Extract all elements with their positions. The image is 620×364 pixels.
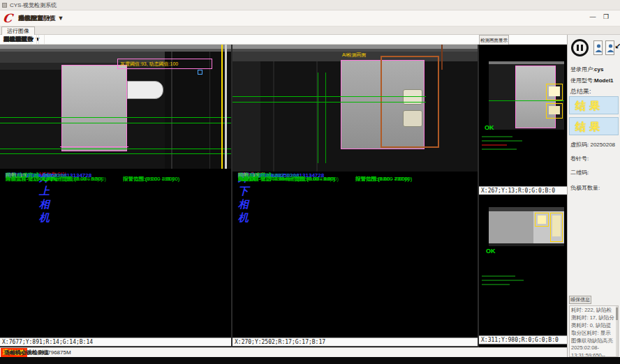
neg-tab-count-label: 负极耳数量: xyxy=(570,184,619,192)
log-line xyxy=(482,149,517,150)
return-arrow-icon[interactable]: ↙ xyxy=(614,42,620,51)
pause-button[interactable] xyxy=(571,39,589,56)
left-result-block: 外上相机OK NG次数:0(1) 虚拟码:Offline202502081313… xyxy=(0,172,231,336)
tab-run-image[interactable]: 运行图像 xyxy=(1,26,35,35)
app-logo-icon: C xyxy=(2,11,17,25)
tab-detect-view[interactable]: 检测画面显示 xyxy=(479,35,509,45)
virtual-code-row: 虚拟码: 20250208 xyxy=(570,141,619,149)
log-scrollbar-thumb[interactable] xyxy=(616,308,618,320)
alarm-range: 报警范围:(0.60 - 4.00) xyxy=(355,176,406,183)
log-line xyxy=(482,144,507,146)
preview-bottom-camera[interactable]: OK xyxy=(479,195,567,335)
user-switch-button[interactable] xyxy=(605,40,614,55)
edge-line-yellow xyxy=(221,45,223,169)
model-row: 使用型号: Model1 xyxy=(570,77,619,84)
model-label: 使用型号: xyxy=(570,77,594,84)
guide-line xyxy=(232,102,426,103)
toolbar-other-settings[interactable]: 其它设置 ▼ xyxy=(0,35,39,44)
guide-line xyxy=(0,149,231,149)
bottom-strip xyxy=(0,357,620,364)
machine-seam xyxy=(171,52,172,169)
machine-band xyxy=(489,61,564,64)
window-titlebar: CYS-视觉检测系统 xyxy=(0,0,620,10)
metal-tab xyxy=(552,215,561,236)
left-pixel-coordinates: X:7677;Y:891;R:14;G:14;B:14 xyxy=(0,338,231,347)
measure-value: 隔膜宽度-上=90.56mm 范围:(88.00 - 92.00) xyxy=(6,176,106,183)
window-title: CYS-视觉检测系统 xyxy=(10,0,57,10)
orange-post xyxy=(441,45,443,70)
result-display-1: 结果 xyxy=(569,96,619,114)
login-user-label: 登录用户: xyxy=(570,66,594,73)
log-line xyxy=(482,140,522,142)
login-user-row: 登录用户: cys xyxy=(570,66,619,73)
marker-icon xyxy=(198,70,202,75)
left-camera-image[interactable]: 灰度阈值:93, 动态阈值:100 xyxy=(0,45,231,169)
right-result-block: 外下相机OK NG次数:0(0) 虚拟码:Offline202502081313… xyxy=(232,172,478,336)
measure-line xyxy=(60,146,128,147)
preview-ok-text: OK xyxy=(486,248,496,255)
measure-value: 外侧余料-长边=2.61mm 范围:(0.60 - 4.00) xyxy=(238,176,335,183)
film-region xyxy=(61,65,127,151)
log-tabs: 运行信息报警信息维保信息 xyxy=(569,296,619,304)
pin-number-label: 卷针号: xyxy=(570,155,619,162)
menu-item-language[interactable]: 系统语言切换 xyxy=(18,10,56,26)
log-text-area[interactable]: 耗时: 222, 缺陷检测耗时: 17, 缺陷分类耗时: 0, 缺陷提取分区耗时… xyxy=(569,305,619,357)
app-window: CYS-视觉检测系统 C 系统配置 相机配置 通讯配置 IO卡配置 ▼ 光源控制… xyxy=(0,0,620,364)
electrode-tab xyxy=(127,81,163,99)
log-tab-maintenance[interactable]: 维保信息 xyxy=(569,296,591,304)
metal-tab xyxy=(549,86,560,96)
metal-tab xyxy=(549,106,560,114)
total-result-label: 总结果: xyxy=(570,88,619,96)
log-line xyxy=(482,275,515,277)
edge-line-white xyxy=(225,45,227,169)
preview-bar: 瑕疵显示 ▼运行画面显示检测画面显示 xyxy=(479,35,567,45)
preview-bottom-coordinates: X:311;Y:980;R:0;G:0;B:0 xyxy=(479,335,567,344)
model-value: Model1 xyxy=(594,77,614,84)
guide-line xyxy=(0,117,231,118)
tab-strip: 运行图像 xyxy=(0,26,620,35)
right-pixel-coordinates: X:270;Y:2502;R:17;G:17;B:17 xyxy=(232,338,478,347)
preview-ok-text: OK xyxy=(485,124,494,131)
machine-column xyxy=(232,61,260,172)
log-line xyxy=(482,136,512,137)
threshold-box: 灰度阈值:93, 动态阈值:100 xyxy=(117,59,212,69)
guide-line xyxy=(232,96,426,97)
threshold-note: 灰度阈值:93, 动态阈值:100 xyxy=(120,59,178,68)
qr-code-label: 二维码: xyxy=(570,169,619,176)
log-text: 耗时: 222, 缺陷检测耗时: 17, 缺陷分类耗时: 0, 缺陷提取分区耗时… xyxy=(571,307,614,357)
menubar: C 系统配置 相机配置 通讯配置 IO卡配置 ▼ 光源控制配置 ▼ 查看 ▼ 系… xyxy=(0,10,620,26)
machine-seam xyxy=(273,61,274,172)
result-display-2: 结果 xyxy=(569,117,619,135)
guide-line xyxy=(0,153,231,154)
log-scrollbar[interactable] xyxy=(616,306,618,356)
machine-seam xyxy=(209,52,210,169)
guide-line-vertical xyxy=(325,73,326,163)
right-camera-image[interactable]: AI检测画面 xyxy=(232,45,478,172)
metal-tab xyxy=(538,215,546,224)
log-line xyxy=(482,280,524,281)
guide-line-vertical xyxy=(318,73,318,163)
sidebar: ↙ 登录用户: cys 使用型号: Model1 总结果: 结果 结果 虚拟码:… xyxy=(567,35,620,357)
login-user-value: cys xyxy=(594,66,603,73)
measure-line xyxy=(341,149,425,149)
guide-line xyxy=(489,100,564,101)
preview-top-camera[interactable]: OK xyxy=(479,45,567,186)
log-line xyxy=(482,284,510,285)
alarm-range: 报警范围:(89.00 - 91.00) xyxy=(123,176,179,183)
window-controls[interactable]: — ❐ xyxy=(589,13,612,20)
ai-view-note: AI检测画面 xyxy=(342,50,367,59)
toolbar: 相机配置 AI使用配置 相机调试 高级设置 点检设置 ▼ 图像处理 ▼ 基准线参… xyxy=(0,35,479,45)
app-icon xyxy=(2,3,7,8)
status-bar: 心跳信号相机连接通讯连接Cpu: 0.0%Memory: 3424.417968… xyxy=(0,347,567,357)
operator-button[interactable] xyxy=(593,40,603,55)
lower-camera-heartbeat: 下相机心跳检测值 xyxy=(4,348,49,357)
guide-line xyxy=(0,123,231,123)
